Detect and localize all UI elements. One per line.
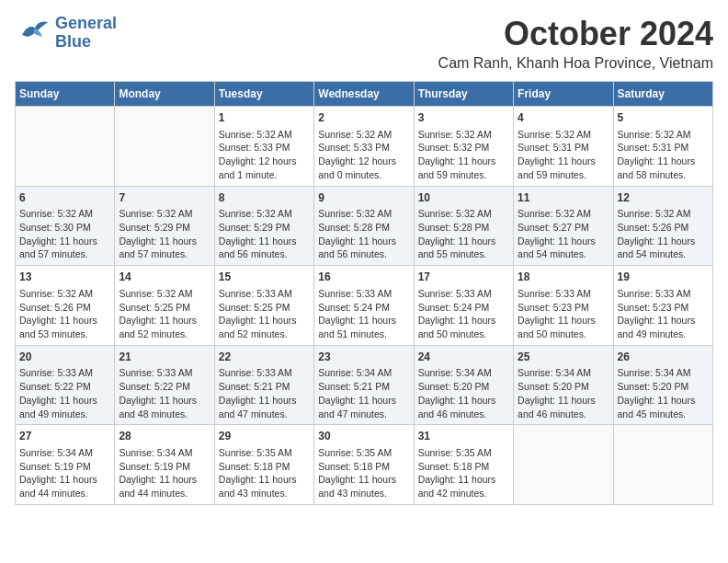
day-info: Sunrise: 5:35 AMSunset: 5:18 PMDaylight:…: [318, 446, 409, 500]
calendar-cell: 14Sunrise: 5:32 AMSunset: 5:25 PMDayligh…: [115, 266, 214, 346]
calendar-cell: 5Sunrise: 5:32 AMSunset: 5:31 PMDaylight…: [613, 107, 712, 187]
weekday-header: Thursday: [414, 82, 513, 107]
calendar-cell: 21Sunrise: 5:33 AMSunset: 5:22 PMDayligh…: [115, 345, 214, 425]
calendar-week-row: 6Sunrise: 5:32 AMSunset: 5:30 PMDaylight…: [16, 186, 713, 266]
weekday-header: Monday: [115, 82, 214, 107]
day-info: Sunrise: 5:34 AMSunset: 5:19 PMDaylight:…: [19, 446, 110, 500]
day-number: 24: [418, 350, 509, 365]
day-info: Sunrise: 5:35 AMSunset: 5:18 PMDaylight:…: [219, 446, 310, 500]
calendar-week-row: 27Sunrise: 5:34 AMSunset: 5:19 PMDayligh…: [16, 425, 713, 505]
calendar-cell: 2Sunrise: 5:32 AMSunset: 5:33 PMDaylight…: [314, 107, 414, 187]
day-info: Sunrise: 5:34 AMSunset: 5:21 PMDaylight:…: [318, 366, 409, 420]
calendar-cell: [514, 425, 613, 505]
day-info: Sunrise: 5:32 AMSunset: 5:30 PMDaylight:…: [19, 207, 110, 261]
calendar-cell: 20Sunrise: 5:33 AMSunset: 5:22 PMDayligh…: [16, 345, 115, 425]
day-info: Sunrise: 5:32 AMSunset: 5:26 PMDaylight:…: [19, 287, 110, 341]
logo-text: General Blue: [55, 15, 117, 52]
calendar-cell: 31Sunrise: 5:35 AMSunset: 5:18 PMDayligh…: [414, 425, 513, 505]
month-title: October 2024: [438, 15, 713, 53]
day-info: Sunrise: 5:33 AMSunset: 5:22 PMDaylight:…: [19, 366, 110, 420]
day-number: 29: [219, 429, 310, 444]
calendar-cell: [613, 425, 712, 505]
logo: General Blue: [15, 15, 117, 52]
calendar-cell: [115, 107, 214, 187]
day-info: Sunrise: 5:32 AMSunset: 5:33 PMDaylight:…: [219, 128, 310, 182]
calendar-cell: 11Sunrise: 5:32 AMSunset: 5:27 PMDayligh…: [514, 186, 613, 266]
calendar-cell: 17Sunrise: 5:33 AMSunset: 5:24 PMDayligh…: [414, 266, 513, 346]
day-number: 14: [119, 270, 210, 285]
day-number: 23: [318, 350, 409, 365]
calendar-cell: 4Sunrise: 5:32 AMSunset: 5:31 PMDaylight…: [514, 107, 613, 187]
day-number: 5: [618, 110, 709, 126]
day-number: 22: [219, 350, 310, 365]
day-number: 7: [119, 190, 210, 206]
day-number: 15: [219, 270, 310, 285]
day-number: 1: [219, 110, 310, 126]
calendar-cell: [16, 107, 115, 187]
day-info: Sunrise: 5:33 AMSunset: 5:25 PMDaylight:…: [219, 287, 310, 341]
day-info: Sunrise: 5:32 AMSunset: 5:28 PMDaylight:…: [318, 207, 409, 261]
day-info: Sunrise: 5:32 AMSunset: 5:28 PMDaylight:…: [418, 207, 509, 261]
day-info: Sunrise: 5:33 AMSunset: 5:24 PMDaylight:…: [418, 287, 509, 341]
weekday-header: Saturday: [613, 82, 712, 107]
day-number: 26: [618, 350, 709, 365]
day-number: 8: [219, 190, 310, 206]
day-info: Sunrise: 5:33 AMSunset: 5:23 PMDaylight:…: [518, 287, 609, 341]
calendar-cell: 27Sunrise: 5:34 AMSunset: 5:19 PMDayligh…: [16, 425, 115, 505]
calendar-header-row: SundayMondayTuesdayWednesdayThursdayFrid…: [16, 82, 713, 107]
day-info: Sunrise: 5:34 AMSunset: 5:20 PMDaylight:…: [418, 366, 509, 420]
day-number: 3: [418, 110, 509, 126]
day-info: Sunrise: 5:33 AMSunset: 5:24 PMDaylight:…: [318, 287, 409, 341]
day-number: 18: [518, 270, 609, 285]
calendar-cell: 29Sunrise: 5:35 AMSunset: 5:18 PMDayligh…: [214, 425, 313, 505]
day-number: 2: [318, 110, 409, 126]
day-info: Sunrise: 5:32 AMSunset: 5:25 PMDaylight:…: [119, 287, 210, 341]
calendar-cell: 15Sunrise: 5:33 AMSunset: 5:25 PMDayligh…: [214, 266, 313, 346]
calendar-cell: 28Sunrise: 5:34 AMSunset: 5:19 PMDayligh…: [115, 425, 214, 505]
day-number: 10: [418, 190, 509, 206]
day-info: Sunrise: 5:32 AMSunset: 5:27 PMDaylight:…: [518, 207, 609, 261]
page-header: General Blue October 2024 Cam Ranh, Khan…: [15, 15, 713, 72]
day-info: Sunrise: 5:34 AMSunset: 5:20 PMDaylight:…: [518, 366, 609, 420]
day-number: 21: [119, 350, 210, 365]
day-info: Sunrise: 5:35 AMSunset: 5:18 PMDaylight:…: [418, 446, 509, 500]
calendar-week-row: 1Sunrise: 5:32 AMSunset: 5:33 PMDaylight…: [16, 107, 713, 187]
calendar-cell: 19Sunrise: 5:33 AMSunset: 5:23 PMDayligh…: [613, 266, 712, 346]
calendar-cell: 1Sunrise: 5:32 AMSunset: 5:33 PMDaylight…: [214, 107, 313, 187]
calendar-cell: 22Sunrise: 5:33 AMSunset: 5:21 PMDayligh…: [214, 345, 313, 425]
logo-icon: [15, 15, 51, 52]
calendar-cell: 23Sunrise: 5:34 AMSunset: 5:21 PMDayligh…: [314, 345, 414, 425]
calendar-cell: 30Sunrise: 5:35 AMSunset: 5:18 PMDayligh…: [314, 425, 414, 505]
calendar-cell: 18Sunrise: 5:33 AMSunset: 5:23 PMDayligh…: [514, 266, 613, 346]
day-number: 30: [318, 429, 409, 444]
day-info: Sunrise: 5:34 AMSunset: 5:19 PMDaylight:…: [119, 446, 210, 500]
day-number: 6: [19, 190, 110, 206]
day-info: Sunrise: 5:32 AMSunset: 5:29 PMDaylight:…: [219, 207, 310, 261]
day-info: Sunrise: 5:32 AMSunset: 5:32 PMDaylight:…: [418, 128, 509, 182]
calendar-cell: 8Sunrise: 5:32 AMSunset: 5:29 PMDaylight…: [214, 186, 313, 266]
day-info: Sunrise: 5:32 AMSunset: 5:26 PMDaylight:…: [618, 207, 709, 261]
day-info: Sunrise: 5:34 AMSunset: 5:20 PMDaylight:…: [618, 366, 709, 420]
day-number: 9: [318, 190, 409, 206]
day-number: 28: [119, 429, 210, 444]
weekday-header: Tuesday: [214, 82, 313, 107]
calendar-cell: 3Sunrise: 5:32 AMSunset: 5:32 PMDaylight…: [414, 107, 513, 187]
day-info: Sunrise: 5:32 AMSunset: 5:31 PMDaylight:…: [618, 128, 709, 182]
day-number: 16: [318, 270, 409, 285]
calendar-cell: 25Sunrise: 5:34 AMSunset: 5:20 PMDayligh…: [514, 345, 613, 425]
calendar-cell: 7Sunrise: 5:32 AMSunset: 5:29 PMDaylight…: [115, 186, 214, 266]
calendar-cell: 10Sunrise: 5:32 AMSunset: 5:28 PMDayligh…: [414, 186, 513, 266]
calendar-week-row: 13Sunrise: 5:32 AMSunset: 5:26 PMDayligh…: [16, 266, 713, 346]
title-block: October 2024 Cam Ranh, Khanh Hoa Provinc…: [438, 15, 713, 72]
day-info: Sunrise: 5:32 AMSunset: 5:33 PMDaylight:…: [318, 128, 409, 182]
day-number: 25: [518, 350, 609, 365]
weekday-header: Wednesday: [314, 82, 414, 107]
day-number: 20: [19, 350, 110, 365]
weekday-header: Sunday: [16, 82, 115, 107]
day-number: 31: [418, 429, 509, 444]
day-info: Sunrise: 5:33 AMSunset: 5:23 PMDaylight:…: [618, 287, 709, 341]
calendar-cell: 16Sunrise: 5:33 AMSunset: 5:24 PMDayligh…: [314, 266, 414, 346]
calendar-cell: 12Sunrise: 5:32 AMSunset: 5:26 PMDayligh…: [613, 186, 712, 266]
calendar-cell: 13Sunrise: 5:32 AMSunset: 5:26 PMDayligh…: [16, 266, 115, 346]
day-info: Sunrise: 5:32 AMSunset: 5:31 PMDaylight:…: [518, 128, 609, 182]
